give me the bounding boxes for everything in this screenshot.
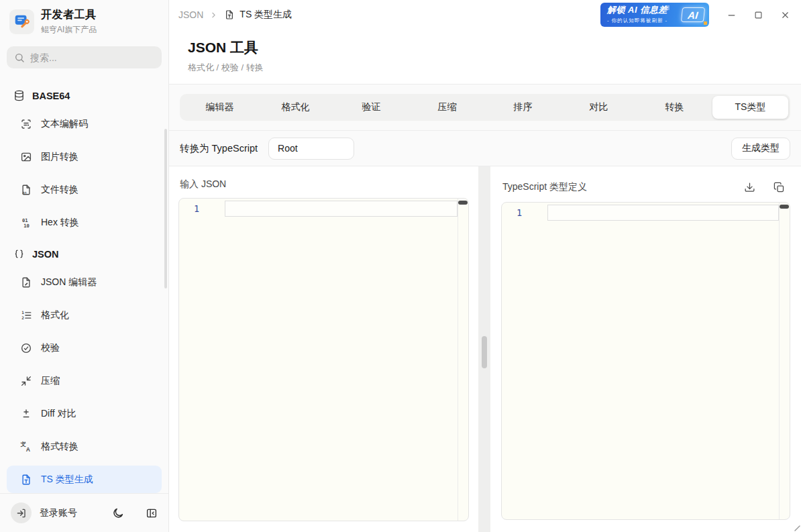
tab-sort[interactable]: 排序 (485, 96, 561, 119)
sidebar-item-file-convert[interactable]: 01 文件转换 (7, 176, 162, 203)
search-input[interactable] (30, 52, 154, 63)
compress-icon (20, 375, 32, 387)
image-convert-icon (20, 151, 32, 163)
file-type-icon (224, 9, 235, 20)
search-box[interactable] (7, 46, 162, 68)
tab-ts-type[interactable]: TS类型 (712, 96, 788, 119)
sidebar-item-hex-convert[interactable]: 01 10 Hex 转换 (7, 209, 162, 236)
tab-validate[interactable]: 验证 (333, 96, 409, 119)
search-icon (14, 52, 25, 63)
json-input-label: 输入 JSON (180, 178, 468, 191)
sidebar-item-ts-generate[interactable]: TS 类型生成 (7, 466, 162, 493)
sidebar-item-label: Diff 对比 (41, 408, 76, 420)
window-resize-grip[interactable] (794, 525, 800, 531)
tab-diff[interactable]: 对比 (561, 96, 637, 119)
promo-banner[interactable]: 解锁 AI 信息差 - 你的认知即将被刷新 - AI (600, 3, 709, 27)
content-scrollbar-thumb[interactable] (482, 336, 487, 368)
sidebar-scrollbar-thumb[interactable] (164, 129, 167, 288)
sidebar-item-label: JSON 编辑器 (41, 276, 97, 288)
sidebar-item-label: 图片转换 (41, 151, 78, 163)
translate-icon: 文 A (20, 441, 32, 453)
download-button[interactable] (744, 182, 755, 193)
tab-compress[interactable]: 压缩 (409, 96, 485, 119)
line-number-gutter: 1 (502, 203, 547, 519)
sidebar-footer: 登录账号 (0, 493, 168, 532)
generate-type-button[interactable]: 生成类型 (731, 138, 790, 160)
breadcrumb-current: TS 类型生成 (224, 9, 292, 21)
sidebar-item-label: 格式化 (41, 309, 69, 321)
sidebar-item-compress[interactable]: 压缩 (7, 367, 162, 394)
app-title: 开发者工具 (41, 8, 97, 22)
file-type-icon (20, 474, 32, 486)
chevron-right-icon (209, 11, 218, 19)
section-header-base64: BASE64 (7, 83, 162, 110)
login-button[interactable] (11, 502, 32, 523)
root-type-name-input[interactable] (268, 138, 354, 160)
sidebar-item-validate[interactable]: 校验 (7, 334, 162, 362)
copy-icon (773, 182, 785, 193)
ts-output-editor[interactable]: 1 (501, 202, 790, 520)
sidebar-item-format-convert[interactable]: 文 A 格式转换 (7, 433, 162, 460)
line-number: 1 (179, 201, 214, 216)
main-area: JSON TS 类型生成 解锁 AI 信 (169, 0, 801, 532)
json-input-panel: 输入 JSON 1 (169, 166, 478, 532)
breadcrumb-current-label: TS 类型生成 (239, 9, 292, 21)
sidebar-item-json-editor[interactable]: JSON 编辑器 (7, 268, 162, 296)
ts-output-panel: TypeScript 类型定义 (490, 166, 801, 532)
app-logo-icon (9, 9, 34, 34)
database-icon (13, 90, 25, 101)
panel-divider (478, 166, 490, 532)
tab-convert[interactable]: 转换 (637, 96, 712, 119)
editor-panels: 输入 JSON 1 Ty (169, 166, 801, 532)
json-input-editor[interactable]: 1 (178, 198, 469, 521)
maximize-button[interactable] (753, 10, 763, 20)
banner-dot (704, 21, 707, 25)
tab-editor[interactable]: 编辑器 (182, 96, 258, 119)
sidebar-item-label: 校验 (41, 342, 60, 354)
svg-text:A: A (26, 446, 30, 453)
braces-icon (13, 248, 25, 260)
breadcrumb: JSON TS 类型生成 (178, 9, 292, 21)
tabs-container: 编辑器 格式化 验证 压缩 排序 对比 转换 TS类型 (169, 85, 801, 131)
section-label: BASE64 (32, 91, 70, 101)
sidebar-item-label: 压缩 (41, 375, 60, 387)
ordered-list-icon: 1 2 (20, 309, 32, 321)
tab-format[interactable]: 格式化 (258, 96, 333, 119)
svg-text:01: 01 (22, 191, 27, 195)
app-window: 开发者工具 鲲穹AI旗下产品 BASE64 (0, 0, 801, 532)
sidebar-item-label: 文本编解码 (41, 118, 88, 130)
sidebar-item-format[interactable]: 1 2 格式化 (7, 301, 162, 329)
editor-scrollbar-thumb[interactable] (780, 205, 789, 209)
sidebar-item-label: 格式转换 (41, 441, 78, 453)
sidebar-item-text-codec[interactable]: 文本编解码 (7, 110, 162, 138)
dark-mode-toggle[interactable] (112, 507, 124, 519)
plus-minus-icon (20, 408, 32, 420)
active-line-highlight (225, 201, 458, 217)
login-icon (16, 508, 27, 519)
editor-scrollbar-track[interactable] (458, 199, 468, 521)
page-title: JSON 工具 (188, 38, 782, 57)
topbar: JSON TS 类型生成 解锁 AI 信 (169, 0, 801, 30)
page-subtitle: 格式化 / 校验 / 转换 (188, 62, 782, 74)
convert-toolbar: 转换为 TypeScript 生成类型 (169, 131, 801, 166)
sidebar-item-image-convert[interactable]: 图片转换 (7, 143, 162, 170)
login-label[interactable]: 登录账号 (40, 507, 77, 519)
minimize-button[interactable] (727, 10, 737, 20)
svg-text:2: 2 (21, 315, 24, 320)
sidebar-item-diff[interactable]: Diff 对比 (7, 400, 162, 427)
tab-strip: 编辑器 格式化 验证 压缩 排序 对比 转换 TS类型 (180, 94, 790, 121)
copy-button[interactable] (773, 182, 785, 193)
close-button[interactable] (780, 10, 790, 20)
editor-scrollbar-thumb[interactable] (458, 201, 468, 205)
sidebar: 开发者工具 鲲穹AI旗下产品 BASE64 (0, 0, 169, 532)
download-icon (744, 182, 755, 193)
collapse-sidebar-button[interactable] (146, 507, 158, 519)
sidebar-item-label: 文件转换 (41, 184, 78, 196)
content: 编辑器 格式化 验证 压缩 排序 对比 转换 TS类型 转换为 TypeScri… (169, 85, 801, 532)
page-header: JSON 工具 格式化 / 校验 / 转换 (169, 30, 801, 85)
section-header-json: JSON (7, 242, 162, 268)
editor-scrollbar-track[interactable] (779, 203, 790, 519)
app-subtitle: 鲲穹AI旗下产品 (41, 24, 97, 36)
svg-text:1: 1 (21, 309, 24, 314)
breadcrumb-root[interactable]: JSON (178, 9, 203, 20)
